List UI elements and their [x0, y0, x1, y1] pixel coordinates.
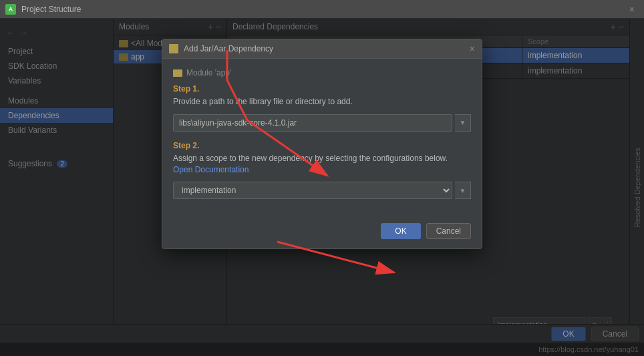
window-close-button[interactable]: × [625, 3, 639, 16]
modal-body: Module 'app' Step 1. Provide a path to t… [162, 59, 482, 218]
open-docs-link[interactable]: Open Documentation [173, 165, 249, 174]
modal-overlay: Add Jar/Aar Dependency × Module 'app' St… [0, 19, 644, 356]
scope-dropdown-button[interactable]: ▼ [455, 182, 471, 199]
path-input-row: ▼ [173, 114, 471, 132]
path-browse-button[interactable]: ▼ [455, 114, 471, 132]
modal-add-jar: Add Jar/Aar Dependency × Module 'app' St… [162, 39, 482, 249]
scope-select[interactable]: implementationapicompileOnlyruntimeOnly [173, 182, 452, 199]
scope-select-row: implementationapicompileOnlyruntimeOnly … [173, 182, 471, 199]
step1-desc: Provide a path to the library file or di… [173, 96, 471, 108]
step1-title: Step 1. [173, 84, 471, 94]
window-title: Project Structure [21, 5, 625, 14]
step2-title: Step 2. [173, 141, 471, 150]
modal-folder-icon [169, 44, 178, 53]
modal-cancel-button[interactable]: Cancel [426, 223, 471, 239]
modal-close-button[interactable]: × [470, 43, 475, 54]
app-icon: A [5, 4, 16, 15]
module-icon [173, 69, 182, 77]
title-bar: A Project Structure × [0, 0, 644, 19]
modal-module-label: Module 'app' [173, 68, 471, 77]
modal-ok-button[interactable]: OK [381, 223, 420, 239]
step2-desc: Assign a scope to the new dependency by … [173, 153, 471, 176]
modal-title-bar: Add Jar/Aar Dependency × [162, 39, 482, 59]
jar-path-input[interactable] [173, 114, 452, 132]
modal-title: Add Jar/Aar Dependency [184, 44, 464, 53]
modal-footer: OK Cancel [162, 218, 482, 248]
